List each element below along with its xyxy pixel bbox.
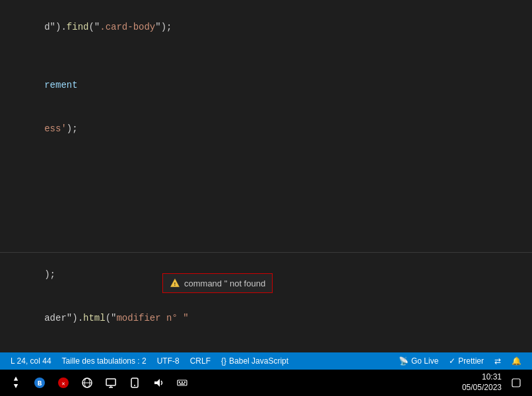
taskbar: ▲▼ B ✕ (0, 370, 532, 396)
taskbar-arrows[interactable]: ▲▼ (5, 372, 26, 393)
clock-time: 10:31 (462, 372, 502, 383)
taskbar-device-icon[interactable] (124, 372, 145, 393)
svg-rect-15 (179, 381, 180, 383)
remote-icon-button[interactable]: ⇄ (489, 356, 506, 366)
code-line (0, 49, 532, 63)
taskbar-volume-icon[interactable] (148, 372, 169, 393)
tooltip-popup: ! command " not found (162, 273, 273, 293)
svg-text:✕: ✕ (61, 381, 65, 387)
svg-point-12 (134, 385, 135, 386)
code-line (0, 223, 532, 238)
remote-icon: ⇄ (494, 356, 501, 366)
taskbar-network-icon[interactable] (77, 372, 98, 393)
taskbar-right: 10:31 05/05/2023 (462, 372, 527, 393)
svg-marker-13 (154, 379, 160, 387)
editor-area: d").find(".card-body"); rement ess'); (0, 0, 532, 352)
code-line (0, 165, 532, 180)
code-line (0, 340, 532, 352)
svg-rect-19 (512, 379, 520, 387)
clock-date: 05/05/2023 (462, 383, 502, 393)
language-mode[interactable]: {} Babel JavaScript (216, 352, 294, 370)
svg-text:B: B (38, 380, 42, 387)
taskbar-monitor-icon[interactable] (100, 372, 121, 393)
code-line (0, 194, 532, 209)
code-line (0, 238, 532, 252)
taskbar-clock[interactable]: 10:31 05/05/2023 (462, 372, 502, 393)
taskbar-keyboard-icon[interactable] (172, 372, 193, 393)
braces-icon: {} (221, 356, 226, 366)
taskbar-notification-icon[interactable] (506, 372, 527, 393)
taskbar-bluetooth-icon[interactable]: B (29, 372, 50, 393)
code-line (0, 209, 532, 223)
taskbar-red-icon[interactable]: ✕ (53, 372, 74, 393)
code-line: rement (0, 63, 532, 107)
svg-rect-18 (180, 383, 185, 385)
tooltip-message: command " not found (184, 279, 265, 288)
check-icon: ✓ (449, 356, 455, 366)
code-line: ess'); (0, 107, 532, 150)
status-bar: L 24, col 44 Taille des tabulations : 2 … (0, 352, 532, 370)
tab-size[interactable]: Taille des tabulations : 2 (57, 352, 152, 370)
svg-text:!: ! (174, 281, 177, 287)
code-container: d").find(".card-body"); rement ess'); (0, 0, 532, 352)
cursor-position[interactable]: L 24, col 44 (5, 352, 57, 370)
encoding[interactable]: UTF-8 (152, 352, 185, 370)
go-live-button[interactable]: 📡 Go Live (393, 356, 444, 366)
code-line (0, 150, 532, 165)
prettier-button[interactable]: ✓ Prettier (444, 356, 489, 366)
svg-rect-8 (106, 379, 116, 385)
bell-button[interactable]: 🔔 (506, 356, 527, 366)
code-line: ader").html("modifier n° " (0, 296, 532, 340)
svg-rect-16 (182, 381, 183, 383)
code-line: d").find(".card-body"); (0, 5, 532, 49)
line-ending[interactable]: CRLF (185, 352, 216, 370)
bell-icon: 🔔 (512, 356, 521, 366)
svg-rect-17 (184, 381, 185, 383)
code-line (0, 180, 532, 194)
warning-icon: ! (170, 278, 180, 288)
status-right: 📡 Go Live ✓ Prettier ⇄ 🔔 (393, 356, 527, 366)
taskbar-left: ▲▼ B ✕ (5, 372, 462, 393)
broadcast-icon: 📡 (399, 356, 409, 366)
